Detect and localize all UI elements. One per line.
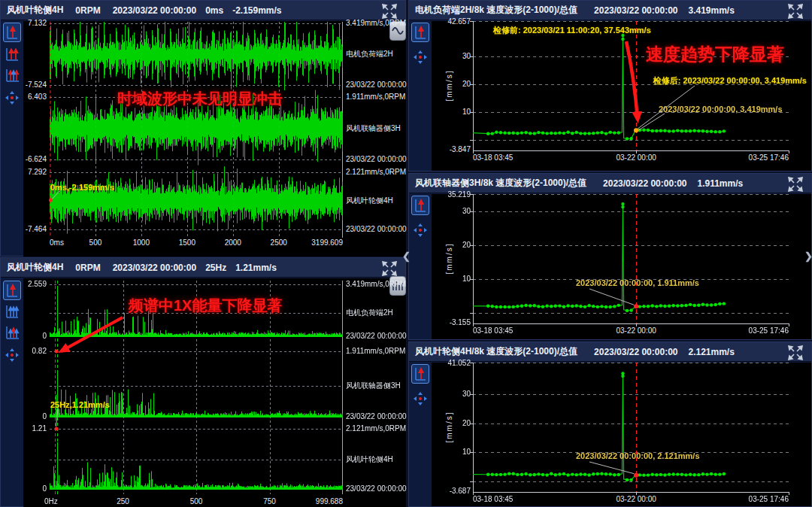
cursor-value: -2.159mm/s (232, 5, 281, 16)
annotation-cursor-point: 2023/03/22 00:00:00, 2.121mm/s (576, 451, 700, 460)
channel-name: 风机叶轮侧4H (7, 4, 63, 17)
expand-icon[interactable] (381, 261, 398, 276)
cursor-position: 25Hz (205, 263, 226, 273)
right-channel-label: 23/03/22 00:00:00 (346, 485, 407, 493)
x-tick-label: 999.688 (307, 498, 343, 505)
double-cursor-tool-button[interactable] (3, 44, 21, 64)
y-axis-label: 0 (1, 413, 47, 420)
pan-move-tool-button[interactable] (411, 389, 429, 408)
right-channel-label: 3.419mm/s,0RPM (346, 281, 406, 288)
x-tick-label: 1500 (176, 239, 198, 247)
right-channel-label: 风机叶轮侧4H (346, 456, 393, 463)
right-channel-label: 风机联轴器侧3H (346, 382, 401, 390)
timestamp: 2023/03/22 00:00:00 (113, 5, 196, 16)
x-tick-label: 500 (185, 498, 208, 505)
x-tick-label: 03-22 00:00 (611, 327, 661, 335)
waveform-cursor-annotation: 0ms,-2.159mm/s (50, 183, 114, 192)
y-axis-label: -3.155 (436, 319, 471, 326)
y-axis-label: 20 (436, 241, 471, 249)
x-tick-label: 03-25 17:46 (742, 496, 789, 503)
timestamp: 2023/03/22 00:00:00 (594, 347, 677, 357)
timestamp: 2023/03/22 00:00:00 (113, 263, 196, 273)
panel-trend-motor-load-2h: 电机负荷端2H/8k 速度波形(2-1000)/总值2023/03/22 00:… (408, 0, 812, 172)
time-waveform-canvas[interactable] (50, 22, 343, 238)
x-tick-label: 750 (259, 498, 281, 505)
y-axis-label: 41.052 (436, 360, 471, 367)
y-axis-label: -6.624 (1, 156, 47, 163)
right-channel-label: 23/03/22 00:00:00 (346, 413, 407, 420)
expand-icon[interactable] (787, 345, 804, 360)
right-channel-label: 风机叶轮侧4H (346, 197, 393, 205)
pan-move-tool-button[interactable] (411, 220, 429, 240)
harmonic-cursor-tool-button[interactable] (3, 302, 21, 321)
right-channel-label: 1.911mm/s,0RPM (346, 348, 405, 355)
right-channel-label: 风机联轴器侧3H (346, 125, 401, 132)
trend-title: 电机负荷端2H/8k 速度波形(2-1000)/总值 (415, 4, 577, 17)
panel-spectrum: 风机叶轮侧4H 0RPM 2023/03/22 00:00:00 25Hz 1.… (0, 257, 406, 507)
y-axis-label: 0 (1, 485, 47, 493)
y-axis-label: -3.687 (436, 487, 471, 495)
x-tick-label: 03-22 00:00 (611, 496, 661, 503)
cursor-value: 3.419mm/s (688, 5, 734, 16)
annotation-cursor-point: 2023/03/22 00:00:00, 3.419mm/s (659, 105, 783, 114)
vibration-analysis-app: 风机叶轮侧4H 0RPM 2023/03/22 00:00:00 0ms -2.… (0, 0, 812, 507)
y-axis-label: -3.847 (436, 146, 471, 153)
right-channel-label: 23/03/22 00:00:00 (346, 81, 407, 89)
trend-chart-canvas[interactable] (470, 193, 790, 328)
collapse-right-chevron[interactable]: ❯ (804, 250, 812, 262)
cursor-value: 1.911mm/s (697, 178, 743, 189)
expand-icon[interactable] (787, 177, 804, 192)
panel-time-waveform-titlebar: 风机叶轮侧4H 0RPM 2023/03/22 00:00:00 0ms -2.… (1, 1, 405, 20)
single-cursor-tool-button[interactable] (411, 23, 429, 42)
panel-time-waveform: 风机叶轮侧4H 0RPM 2023/03/22 00:00:00 0ms -2.… (0, 0, 406, 257)
x-tick-label: 2000 (222, 239, 244, 247)
rpm-value: 0RPM (75, 263, 100, 273)
panel-spectrum-titlebar: 风机叶轮侧4H 0RPM 2023/03/22 00:00:00 25Hz 1.… (1, 258, 405, 278)
trend-title: 风机联轴器侧3H/8k 速度波形(2-1000)/总值 (415, 177, 586, 190)
single-cursor-tool-button[interactable] (411, 364, 429, 384)
x-tick-label: 03-18 03:45 (473, 327, 513, 335)
x-tick-label: 0ms (50, 239, 64, 247)
waveform-annotation-headline: 时域波形中未见明显冲击 (117, 89, 283, 109)
rpm-value: 0RPM (75, 5, 100, 16)
x-tick-label: 3199.609 (307, 239, 343, 247)
y-axis-label: 0 (1, 332, 47, 340)
x-tick-label: 1000 (130, 239, 153, 247)
y-axis-label: 10 (436, 275, 471, 283)
x-tick-label: 03-18 03:45 (473, 496, 513, 503)
x-tick-label: 250 (112, 498, 135, 505)
right-channel-label: 23/03/22 00:00:00 (346, 226, 407, 233)
y-axis-label: 1.21 (1, 425, 47, 433)
timestamp: 2023/03/22 00:00:00 (603, 178, 686, 189)
collapse-left-chevron[interactable]: ❮ (402, 250, 411, 262)
annotation-after-repair: 检修后: 2023/03/22 00:00:00, 3.419mm/s (653, 75, 807, 87)
single-cursor-tool-button[interactable] (411, 196, 429, 215)
right-channel-label: 2.121mm/s,0RPM (346, 425, 406, 433)
right-channel-label: 2.121mm/s,0RPM (346, 168, 406, 176)
cursor-value: 1.21mm/s (235, 263, 277, 273)
pan-move-tool-button[interactable] (411, 47, 429, 67)
panel-trend-impeller-4h: 风机叶轮侧4H/8k 速度波形(2-1000)/总值2023/03/22 00:… (408, 342, 812, 507)
x-tick-label: 2500 (268, 239, 290, 247)
x-tick-label: 03-25 17:46 (742, 154, 789, 162)
y-axis-label: 2.559 (1, 281, 47, 288)
expand-icon[interactable] (381, 4, 398, 19)
y-axis-label: 6.403 (1, 93, 47, 101)
panel-trend-coupling-3h: 风机联轴器侧3H/8k 速度波形(2-1000)/总值2023/03/22 00… (408, 173, 812, 340)
y-axis-label: 10 (436, 448, 471, 456)
x-tick-label: 500 (84, 239, 107, 247)
right-channel-label: 23/03/22 00:00:00 (346, 156, 407, 163)
trend-chart-canvas[interactable] (470, 361, 790, 496)
expand-icon[interactable] (787, 4, 804, 19)
x-tick-label: 0Hz (44, 498, 58, 505)
right-channel-label: 电机负荷端2H (346, 309, 393, 317)
y-axis-label: -7.464 (1, 226, 47, 233)
y-axis-label: 35.219 (436, 191, 471, 199)
y-axis-label: -7.524 (1, 81, 47, 89)
y-axis-label: 10 (436, 108, 471, 116)
right-channel-label: 3.419mm/s,0RPM (346, 20, 406, 27)
x-tick-label: 03-18 03:45 (473, 154, 513, 162)
annotation-before-repair: 检修前: 2023/03/21 11:00:20, 37.543mm/s (493, 25, 651, 36)
y-axis-label: 0.82 (1, 348, 47, 355)
trend-chart-canvas[interactable] (470, 20, 790, 155)
